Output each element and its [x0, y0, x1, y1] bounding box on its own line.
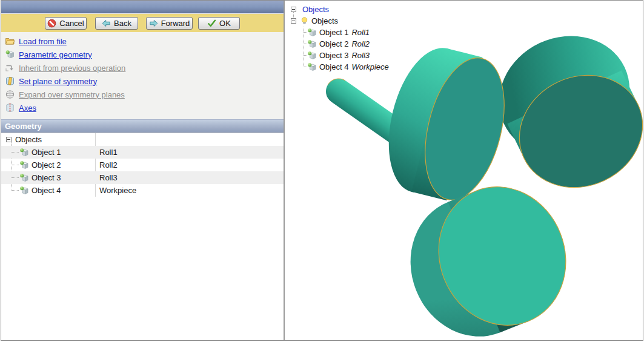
panel-titlebar [1, 1, 284, 13]
list-item[interactable]: Object 3 Roll3 [286, 50, 480, 61]
back-arrow-icon [102, 19, 111, 28]
table-row[interactable]: Object 4 Workpiece [1, 184, 284, 197]
collapse-expander-icon[interactable] [291, 7, 296, 12]
viewport-tree-root[interactable]: Objects [286, 4, 480, 15]
inherit-arrow-icon [5, 63, 15, 73]
list-item[interactable]: Object 4 Workpiece [286, 61, 480, 73]
viewport-object-tree: Objects Objects Object 1 Roll1 Object 2 … [286, 4, 480, 73]
axes-icon [5, 103, 15, 113]
geometry-tree-table: Objects Object 1 Roll1 Object 2 Roll2 Ob… [1, 133, 284, 197]
inherit-previous-link: Inherit from previous operation [19, 64, 125, 73]
object-cube-icon [19, 148, 29, 157]
expand-symmetry-link: Expand over symmetry planes [19, 90, 125, 99]
viewport-3d[interactable]: Objects Objects Object 1 Roll1 Object 2 … [286, 1, 643, 340]
object-tag: Roll1 [351, 28, 370, 37]
load-from-file-link[interactable]: Load from file [19, 37, 67, 46]
cancel-button[interactable]: Cancel [45, 17, 87, 30]
geometry-dialog-window: Cancel Back Forward OK [1, 0, 643, 341]
list-item[interactable]: Object 1 Roll1 [286, 27, 480, 38]
forward-button[interactable]: Forward [146, 17, 193, 30]
object-tag: Workpiece [351, 62, 388, 71]
object-value: Roll3 [99, 173, 118, 182]
action-axes[interactable]: Axes [1, 101, 284, 114]
cancel-icon [47, 19, 56, 28]
object-cube-icon [19, 186, 29, 196]
forward-arrow-icon [149, 19, 158, 28]
folder-open-icon [5, 36, 15, 46]
parametric-geometry-link[interactable]: Parametric geometry [19, 50, 92, 59]
axes-link[interactable]: Axes [19, 104, 36, 113]
tree-root-label: Objects [15, 135, 42, 144]
back-button[interactable]: Back [95, 17, 138, 30]
object-value: Roll1 [99, 148, 118, 157]
action-load-from-file[interactable]: Load from file [1, 35, 284, 48]
table-row[interactable]: Object 3 Roll3 [1, 171, 284, 184]
object-cube-icon [19, 173, 29, 183]
action-set-symmetry-plane[interactable]: Set plane of symmetry [1, 74, 284, 88]
cancel-button-label: Cancel [59, 19, 84, 28]
object-name: Object 1 [32, 148, 61, 157]
object-cube-icon [307, 62, 317, 72]
expand-symmetry-icon [5, 90, 15, 99]
object-cube-icon [19, 160, 29, 170]
forward-button-label: Forward [161, 19, 190, 28]
viewport-tree-root-label: Objects [302, 5, 329, 14]
left-panel: Cancel Back Forward OK [1, 1, 285, 340]
action-parametric-geometry[interactable]: Parametric geometry [1, 48, 284, 61]
ok-button[interactable]: OK [198, 17, 240, 30]
table-row[interactable]: Object 1 Roll1 [1, 146, 284, 159]
list-item[interactable]: Object 2 Roll2 [286, 38, 480, 50]
action-links: Load from file Parametric geometry Inher… [1, 35, 284, 114]
action-inherit-previous: Inherit from previous operation [1, 61, 284, 74]
table-row[interactable]: Object 2 Roll2 [1, 159, 284, 171]
object-name: Object 3 [319, 51, 348, 60]
object-name: Object 4 [32, 186, 61, 195]
geometry-section-header: Geometry [1, 119, 284, 133]
object-tag: Roll2 [351, 39, 370, 48]
collapse-expander-icon[interactable] [6, 137, 12, 142]
object-name: Object 1 [319, 28, 348, 37]
symmetry-plane-icon [5, 76, 15, 86]
object-cube-icon [307, 39, 317, 49]
tree-root-row[interactable]: Objects [1, 133, 284, 146]
object-cube-icon [307, 51, 317, 61]
action-expand-symmetry: Expand over symmetry planes [1, 88, 284, 101]
object-value: Roll2 [99, 160, 118, 169]
back-button-label: Back [114, 19, 131, 28]
set-symmetry-plane-link[interactable]: Set plane of symmetry [19, 77, 97, 86]
cube-sphere-icon [5, 50, 15, 59]
ok-button-label: OK [219, 19, 231, 28]
object-name: Object 2 [319, 39, 348, 48]
object-value: Workpiece [99, 186, 136, 195]
object-tag: Roll3 [351, 51, 370, 60]
object-name: Object 2 [32, 160, 61, 169]
object-name: Object 3 [32, 173, 61, 182]
panel-empty-area [1, 197, 284, 340]
lightbulb-icon [300, 16, 309, 25]
viewport-tree-group-label: Objects [311, 16, 338, 25]
toolbar: Cancel Back Forward OK [1, 14, 284, 32]
object-name: Object 4 [319, 62, 348, 71]
collapse-expander-icon[interactable] [291, 18, 296, 24]
object-cube-icon [307, 28, 317, 38]
ok-check-icon [207, 19, 216, 28]
viewport-tree-group[interactable]: Objects [286, 15, 480, 27]
